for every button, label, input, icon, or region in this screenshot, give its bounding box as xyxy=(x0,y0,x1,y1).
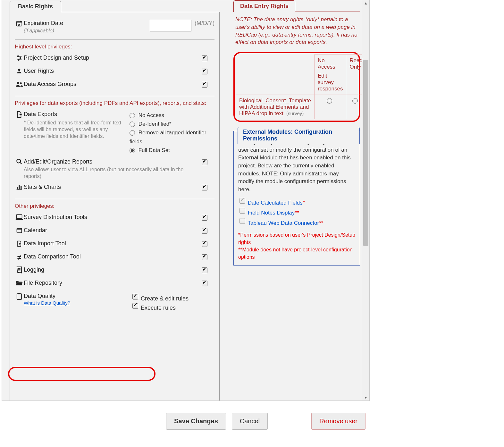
expiration-sublabel: (if applicable) xyxy=(24,28,147,34)
section-other-label: Other privileges: xyxy=(15,203,214,209)
svg-rect-8 xyxy=(17,187,18,189)
priv-userrights-checkbox[interactable] xyxy=(202,69,207,74)
priv-design-checkbox[interactable] xyxy=(202,55,207,61)
data-entry-note: NOTE: The data entry rights *only* perta… xyxy=(233,15,360,49)
mod-fnd-checkbox xyxy=(239,208,245,214)
form-row: Biological_Consent_Template with Additio… xyxy=(236,95,370,120)
form-survey-tag: (survey) xyxy=(286,111,304,116)
data-entry-table-highlight: No Access Edit survey responses Read Onl… xyxy=(233,52,360,122)
calendar-x-icon xyxy=(15,20,24,27)
form-no-access-radio[interactable] xyxy=(327,98,332,104)
stats-label: Stats & Charts xyxy=(24,184,200,190)
exports-note: * De-identified means that all free-form… xyxy=(24,120,126,139)
form-readonly-radio[interactable] xyxy=(352,98,358,104)
compare-label: Data Comparison Tool xyxy=(24,253,200,260)
priv-dag-checkbox[interactable] xyxy=(202,82,207,88)
save-button[interactable]: Save Changes xyxy=(166,413,226,430)
priv-design-label: Project Design and Setup xyxy=(24,55,200,61)
col-no-access: No Access xyxy=(318,57,343,70)
user-rights-dialog: Basic Rights Expiration Date (if applica… xyxy=(2,0,370,401)
mod-twc-link[interactable]: Tableau Web Data Connector xyxy=(248,220,319,226)
section-highest-label: Highest level privileges: xyxy=(15,44,214,50)
ext-footnote-1: *Permissions based on user's Project Des… xyxy=(238,231,355,246)
dq-exec-label: Execute rules xyxy=(141,305,176,311)
col-edit-survey: Edit survey responses xyxy=(318,73,343,92)
stats-checkbox[interactable] xyxy=(202,185,207,190)
svg-point-6 xyxy=(20,82,22,84)
export-option-none[interactable]: No Access xyxy=(130,111,214,120)
reports-label: Add/Edit/Organize Reports xyxy=(24,158,92,165)
svg-rect-11 xyxy=(16,215,22,218)
person-icon xyxy=(15,68,24,74)
svg-point-5 xyxy=(17,82,19,84)
basic-rights-tab[interactable]: Basic Rights xyxy=(10,1,61,12)
mod-dcf-link[interactable]: Date Calculated Fields xyxy=(248,200,303,206)
reports-checkbox[interactable] xyxy=(202,159,207,165)
file-import-icon xyxy=(15,240,24,247)
dialog-footer: Save Changes Cancel Remove user xyxy=(0,405,368,437)
dq-create-checkbox[interactable] xyxy=(132,294,138,299)
export-option-full[interactable]: Full Data Set xyxy=(130,146,214,155)
filerepo-checkbox[interactable] xyxy=(202,281,207,286)
expiration-label: Expiration Date xyxy=(24,20,63,26)
scroll-up-arrow[interactable]: ▲ xyxy=(362,0,369,6)
external-modules-box: External Modules: Configuration Permissi… xyxy=(233,131,360,266)
expiration-input[interactable] xyxy=(150,20,191,31)
not-equal-icon: ≠ xyxy=(15,253,24,262)
expiration-hint: (M/D/Y) xyxy=(195,20,214,27)
import-checkbox[interactable] xyxy=(202,241,207,247)
svg-point-2 xyxy=(20,57,21,59)
data-entry-rights-pane: Data Entry Rights NOTE: The data entry r… xyxy=(233,0,360,266)
clipboard-icon xyxy=(15,293,24,300)
calendar-label: Calendar xyxy=(24,227,200,234)
people-icon xyxy=(15,81,24,87)
cancel-button[interactable]: Cancel xyxy=(232,413,268,430)
dialog-scrollbar[interactable]: ▲ ▼ xyxy=(362,0,369,401)
dq-exec-checkbox[interactable] xyxy=(132,303,138,309)
scroll-down-arrow[interactable]: ▼ xyxy=(362,395,369,401)
export-option-deid[interactable]: De-Identified* xyxy=(130,120,214,128)
priv-dag-label: Data Access Groups xyxy=(24,81,200,88)
compare-checkbox[interactable] xyxy=(202,254,207,260)
calendar-icon xyxy=(15,227,24,233)
calendar-checkbox[interactable] xyxy=(202,228,207,234)
priv-userrights-label: User Rights xyxy=(24,68,200,74)
filerepo-label: File Repository xyxy=(24,280,200,286)
mod-fnd-link[interactable]: Field Notes Display xyxy=(248,210,295,216)
logging-label: Logging xyxy=(24,266,200,273)
dq-help-link[interactable]: What is Data Quality? xyxy=(24,300,70,306)
laptop-icon xyxy=(15,214,24,220)
external-modules-title: External Modules: Configuration Permissi… xyxy=(238,127,360,144)
data-entry-rights-tab[interactable]: Data Entry Rights xyxy=(233,0,295,12)
basic-rights-pane: Basic Rights Expiration Date (if applica… xyxy=(10,1,224,401)
svg-rect-12 xyxy=(17,228,22,232)
exports-label: Data Exports xyxy=(24,111,57,117)
svg-point-4 xyxy=(18,69,21,71)
svg-rect-13 xyxy=(17,293,21,299)
search-icon xyxy=(15,158,24,165)
sliders-icon xyxy=(15,55,24,62)
mod-dcf-checkbox xyxy=(239,198,245,204)
survey-dist-checkbox[interactable] xyxy=(202,215,207,221)
scroll-thumb[interactable] xyxy=(363,60,368,246)
section-export-label: Privileges for data exports (including P… xyxy=(15,100,214,106)
receipt-icon xyxy=(15,266,24,274)
svg-rect-0 xyxy=(17,21,22,26)
import-label: Data Import Tool xyxy=(24,240,200,247)
dq-create-label: Create & edit rules xyxy=(141,295,189,302)
data-entry-table: No Access Edit survey responses Read Onl… xyxy=(236,55,370,119)
svg-rect-9 xyxy=(19,185,20,189)
mod-twc-checkbox xyxy=(239,218,245,224)
file-export-icon xyxy=(15,111,24,118)
reports-note: Also allows user to view ALL reports (bu… xyxy=(24,166,197,180)
dq-label: Data Quality xyxy=(24,293,55,299)
bar-chart-icon xyxy=(15,184,24,190)
external-modules-body: Privileges may be defined regarding whet… xyxy=(238,138,355,193)
svg-point-3 xyxy=(18,59,19,61)
svg-point-1 xyxy=(18,56,19,57)
export-option-remove[interactable]: Remove all tagged Identifier fields xyxy=(130,128,214,146)
remove-user-button[interactable]: Remove user xyxy=(311,413,365,430)
svg-point-7 xyxy=(17,159,21,163)
svg-rect-14 xyxy=(18,293,20,294)
logging-checkbox[interactable] xyxy=(202,267,207,273)
